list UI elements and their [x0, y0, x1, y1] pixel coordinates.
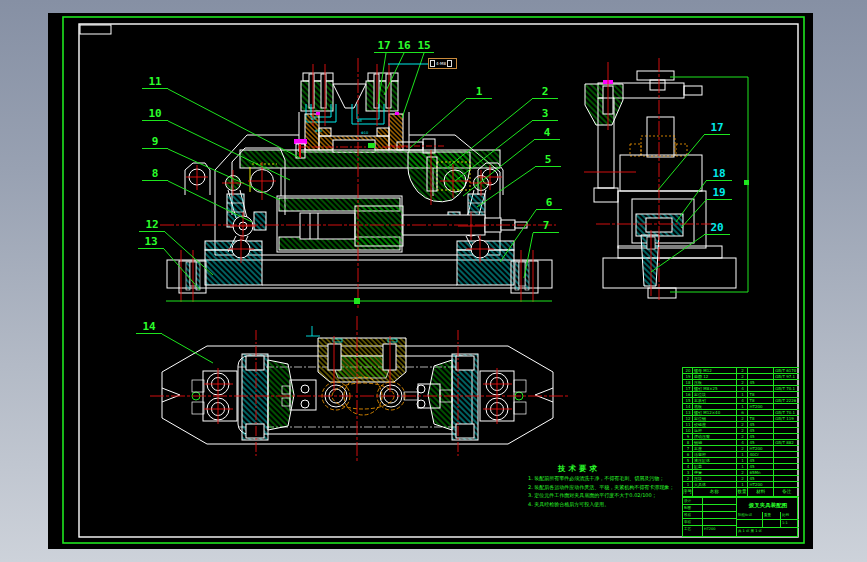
dim-label: Φ8	[311, 117, 316, 121]
notes-title: 技术要求	[558, 464, 678, 474]
bom-table[interactable]: 20螺母 M122GB/T 617019垫圈 122GB/T 97.118压板2…	[682, 367, 799, 497]
tb-drawing-title: 拨叉夹具装配图	[737, 499, 799, 512]
callout-14[interactable]: 14	[136, 321, 162, 334]
callout-6[interactable]: 6	[536, 197, 562, 210]
callout-17-top[interactable]: 17	[374, 40, 394, 53]
bom-cell: 材料	[748, 488, 774, 497]
callout-19[interactable]: 19	[706, 187, 732, 200]
callout-4[interactable]: 4	[534, 127, 560, 140]
callout-17-side[interactable]: 17	[704, 122, 730, 135]
tb-cell	[737, 520, 763, 528]
tb-weight-label: 重量	[763, 512, 781, 520]
bom-cell: 数量	[737, 488, 749, 497]
bom-header-row[interactable]: 序号名称数量材料备注	[683, 488, 799, 497]
tb-cell	[703, 512, 737, 519]
tb-cell	[703, 505, 737, 512]
notes-line: 1. 装配前所有零件必须清洗干净，不得有毛刺、切屑及污物；	[528, 474, 678, 483]
bom-cell: 名称	[693, 488, 737, 497]
thread-annotation-box[interactable]: 4-M8	[428, 58, 457, 69]
dim-label: Φ10	[315, 129, 322, 133]
callout-15[interactable]: 15	[414, 40, 434, 53]
tb-draft-label: 制图	[683, 505, 703, 512]
tb-scale-label: 比例	[781, 512, 799, 520]
technical-notes[interactable]: 技术要求 1. 装配前所有零件必须清洗干净，不得有毛刺、切屑及污物； 2. 装配…	[528, 464, 678, 508]
bom-cell: 备注	[774, 488, 799, 497]
tb-material: HT200	[703, 526, 737, 537]
callout-8[interactable]: 8	[142, 168, 168, 181]
tb-cell	[763, 520, 781, 528]
callout-10[interactable]: 10	[142, 108, 168, 121]
callout-5[interactable]: 5	[535, 154, 561, 167]
callout-20[interactable]: 20	[704, 222, 730, 235]
callout-18[interactable]: 18	[706, 168, 732, 181]
callout-7[interactable]: 7	[533, 220, 559, 233]
leader-lines	[162, 53, 748, 363]
desktop-background: 11 10 9 8 12 13 14 17 16 15 1 2 3 4 5 6 …	[0, 0, 867, 562]
tb-process-label: 工艺	[683, 526, 703, 537]
title-block[interactable]: 设计 制图 校核 审核 工艺 HT200 拨叉夹具装配图 阶段标记 重量 比例 …	[682, 497, 798, 537]
callout-13[interactable]: 13	[138, 236, 164, 249]
dim-label: Φ10	[361, 131, 368, 135]
tb-sheet-info: 共 1 张 第 1 张	[737, 528, 799, 537]
annotation-text: 4-M8	[436, 62, 446, 66]
callout-11[interactable]: 11	[142, 76, 168, 89]
tb-cell	[703, 498, 737, 505]
notes-line: 2. 装配后各运动件应动作灵活、平稳，夹紧机构不得有卡滞现象；	[528, 483, 678, 492]
callout-9[interactable]: 9	[142, 136, 168, 149]
notes-line: 4. 夹具经检验合格后方可投入使用。	[528, 500, 678, 509]
callout-2[interactable]: 2	[532, 86, 558, 99]
tb-scale-value: 1:1	[781, 520, 799, 528]
bom-cell: 序号	[683, 488, 693, 497]
tb-design-label: 设计	[683, 498, 703, 505]
annotation-square	[430, 60, 435, 67]
annotation-square	[447, 60, 452, 67]
tb-stage-label: 阶段标记	[737, 512, 763, 520]
tb-cell	[703, 519, 737, 526]
dim-label: Φ8	[357, 119, 362, 123]
tb-review-label: 审核	[683, 519, 703, 526]
notes-line: 3. 定位元件工作面对夹具底面的平行度不大于0.02/100；	[528, 491, 678, 500]
callout-1[interactable]: 1	[466, 86, 492, 99]
callout-3[interactable]: 3	[532, 108, 558, 121]
callout-12[interactable]: 12	[139, 219, 165, 232]
tb-check-label: 校核	[683, 512, 703, 519]
callout-16[interactable]: 16	[394, 40, 414, 53]
cad-canvas[interactable]: 11 10 9 8 12 13 14 17 16 15 1 2 3 4 5 6 …	[48, 13, 813, 549]
top-view[interactable]	[162, 326, 553, 444]
